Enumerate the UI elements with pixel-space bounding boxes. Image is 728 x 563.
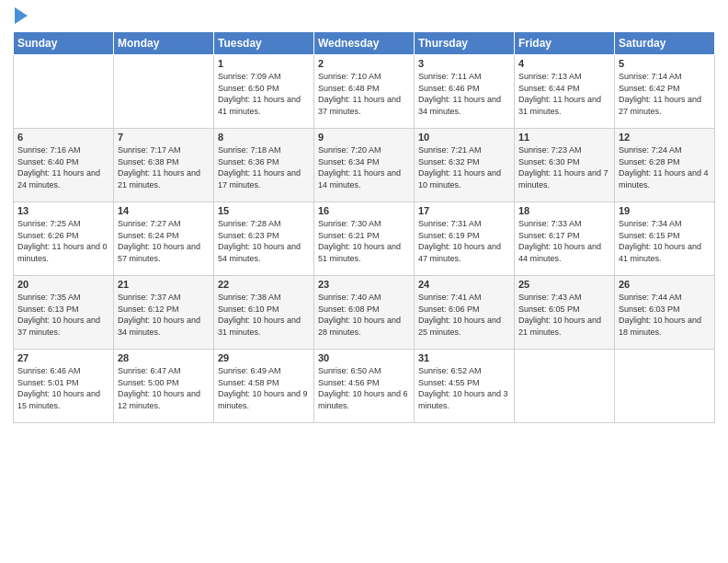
calendar-cell: 28Sunrise: 6:47 AM Sunset: 5:00 PM Dayli… bbox=[114, 350, 214, 423]
cell-day-number: 8 bbox=[218, 132, 310, 143]
calendar-cell: 29Sunrise: 6:49 AM Sunset: 4:58 PM Dayli… bbox=[214, 350, 314, 423]
cell-day-number: 24 bbox=[418, 279, 510, 290]
cell-info: Sunrise: 7:17 AM Sunset: 6:38 PM Dayligh… bbox=[118, 144, 210, 190]
cell-info: Sunrise: 7:43 AM Sunset: 6:05 PM Dayligh… bbox=[518, 292, 610, 338]
calendar-table: SundayMondayTuesdayWednesdayThursdayFrid… bbox=[13, 31, 715, 423]
cell-day-number: 3 bbox=[418, 58, 510, 69]
cell-day-number: 29 bbox=[218, 352, 310, 363]
cell-day-number: 26 bbox=[619, 279, 711, 290]
cell-day-number: 1 bbox=[218, 58, 310, 69]
cell-day-number: 22 bbox=[218, 279, 310, 290]
calendar-cell: 22Sunrise: 7:38 AM Sunset: 6:10 PM Dayli… bbox=[214, 276, 314, 350]
header bbox=[13, 9, 715, 24]
calendar-day-header: Wednesday bbox=[314, 32, 415, 55]
calendar-cell: 9Sunrise: 7:20 AM Sunset: 6:34 PM Daylig… bbox=[314, 129, 415, 202]
cell-info: Sunrise: 7:37 AM Sunset: 6:12 PM Dayligh… bbox=[118, 292, 210, 338]
cell-info: Sunrise: 7:41 AM Sunset: 6:06 PM Dayligh… bbox=[418, 292, 510, 338]
calendar-day-header: Saturday bbox=[615, 32, 715, 55]
cell-info: Sunrise: 7:40 AM Sunset: 6:08 PM Dayligh… bbox=[318, 292, 410, 338]
cell-info: Sunrise: 7:35 AM Sunset: 6:13 PM Dayligh… bbox=[17, 292, 109, 338]
cell-day-number: 7 bbox=[118, 132, 210, 143]
calendar-cell bbox=[515, 350, 615, 423]
calendar-day-header: Thursday bbox=[415, 32, 515, 55]
cell-day-number: 23 bbox=[318, 279, 410, 290]
cell-day-number: 28 bbox=[118, 352, 210, 363]
calendar-day-header: Tuesday bbox=[214, 32, 314, 55]
cell-day-number: 18 bbox=[518, 205, 610, 216]
cell-day-number: 16 bbox=[318, 205, 410, 216]
calendar-cell bbox=[615, 350, 715, 423]
cell-info: Sunrise: 7:34 AM Sunset: 6:15 PM Dayligh… bbox=[619, 218, 711, 264]
calendar-cell: 14Sunrise: 7:27 AM Sunset: 6:24 PM Dayli… bbox=[114, 202, 214, 276]
cell-day-number: 9 bbox=[318, 132, 410, 143]
calendar-cell: 27Sunrise: 6:46 AM Sunset: 5:01 PM Dayli… bbox=[14, 350, 114, 423]
calendar-cell: 31Sunrise: 6:52 AM Sunset: 4:55 PM Dayli… bbox=[415, 350, 515, 423]
calendar-week-row: 13Sunrise: 7:25 AM Sunset: 6:26 PM Dayli… bbox=[14, 202, 715, 276]
cell-info: Sunrise: 7:13 AM Sunset: 6:44 PM Dayligh… bbox=[518, 71, 610, 117]
calendar-cell: 30Sunrise: 6:50 AM Sunset: 4:56 PM Dayli… bbox=[314, 350, 415, 423]
calendar-day-header: Monday bbox=[114, 32, 214, 55]
cell-info: Sunrise: 7:11 AM Sunset: 6:46 PM Dayligh… bbox=[418, 71, 510, 117]
calendar-cell: 1Sunrise: 7:09 AM Sunset: 6:50 PM Daylig… bbox=[214, 55, 314, 129]
cell-info: Sunrise: 7:10 AM Sunset: 6:48 PM Dayligh… bbox=[318, 71, 410, 117]
cell-info: Sunrise: 7:14 AM Sunset: 6:42 PM Dayligh… bbox=[619, 71, 711, 117]
cell-info: Sunrise: 7:18 AM Sunset: 6:36 PM Dayligh… bbox=[218, 144, 310, 190]
cell-day-number: 4 bbox=[518, 58, 610, 69]
cell-info: Sunrise: 7:21 AM Sunset: 6:32 PM Dayligh… bbox=[418, 144, 510, 190]
calendar-cell bbox=[14, 55, 114, 129]
cell-info: Sunrise: 7:30 AM Sunset: 6:21 PM Dayligh… bbox=[318, 218, 410, 264]
cell-day-number: 2 bbox=[318, 58, 410, 69]
cell-info: Sunrise: 7:33 AM Sunset: 6:17 PM Dayligh… bbox=[518, 218, 610, 264]
calendar-cell: 6Sunrise: 7:16 AM Sunset: 6:40 PM Daylig… bbox=[14, 129, 114, 202]
cell-day-number: 10 bbox=[418, 132, 510, 143]
calendar-week-row: 20Sunrise: 7:35 AM Sunset: 6:13 PM Dayli… bbox=[14, 276, 715, 350]
cell-day-number: 20 bbox=[17, 279, 109, 290]
cell-day-number: 17 bbox=[418, 205, 510, 216]
calendar-cell: 17Sunrise: 7:31 AM Sunset: 6:19 PM Dayli… bbox=[415, 202, 515, 276]
cell-info: Sunrise: 6:50 AM Sunset: 4:56 PM Dayligh… bbox=[318, 365, 410, 411]
cell-day-number: 14 bbox=[118, 205, 210, 216]
cell-info: Sunrise: 7:20 AM Sunset: 6:34 PM Dayligh… bbox=[318, 144, 410, 190]
calendar-cell: 8Sunrise: 7:18 AM Sunset: 6:36 PM Daylig… bbox=[214, 129, 314, 202]
cell-info: Sunrise: 6:47 AM Sunset: 5:00 PM Dayligh… bbox=[118, 365, 210, 411]
page: SundayMondayTuesdayWednesdayThursdayFrid… bbox=[0, 0, 728, 563]
calendar-header-row: SundayMondayTuesdayWednesdayThursdayFrid… bbox=[14, 32, 715, 55]
calendar-cell: 21Sunrise: 7:37 AM Sunset: 6:12 PM Dayli… bbox=[114, 276, 214, 350]
cell-info: Sunrise: 7:27 AM Sunset: 6:24 PM Dayligh… bbox=[118, 218, 210, 264]
cell-info: Sunrise: 7:44 AM Sunset: 6:03 PM Dayligh… bbox=[619, 292, 711, 338]
cell-info: Sunrise: 7:24 AM Sunset: 6:28 PM Dayligh… bbox=[619, 144, 711, 190]
calendar-cell: 12Sunrise: 7:24 AM Sunset: 6:28 PM Dayli… bbox=[615, 129, 715, 202]
calendar-cell: 16Sunrise: 7:30 AM Sunset: 6:21 PM Dayli… bbox=[314, 202, 415, 276]
calendar-cell: 4Sunrise: 7:13 AM Sunset: 6:44 PM Daylig… bbox=[515, 55, 615, 129]
logo-arrow-icon bbox=[15, 7, 28, 24]
calendar-cell: 26Sunrise: 7:44 AM Sunset: 6:03 PM Dayli… bbox=[615, 276, 715, 350]
cell-info: Sunrise: 7:25 AM Sunset: 6:26 PM Dayligh… bbox=[17, 218, 109, 264]
calendar-cell: 15Sunrise: 7:28 AM Sunset: 6:23 PM Dayli… bbox=[214, 202, 314, 276]
cell-info: Sunrise: 7:28 AM Sunset: 6:23 PM Dayligh… bbox=[218, 218, 310, 264]
cell-day-number: 12 bbox=[619, 132, 711, 143]
cell-day-number: 15 bbox=[218, 205, 310, 216]
cell-info: Sunrise: 7:23 AM Sunset: 6:30 PM Dayligh… bbox=[518, 144, 610, 190]
calendar-cell: 25Sunrise: 7:43 AM Sunset: 6:05 PM Dayli… bbox=[515, 276, 615, 350]
cell-day-number: 5 bbox=[619, 58, 711, 69]
calendar-cell bbox=[114, 55, 214, 129]
cell-info: Sunrise: 7:09 AM Sunset: 6:50 PM Dayligh… bbox=[218, 71, 310, 117]
cell-info: Sunrise: 7:38 AM Sunset: 6:10 PM Dayligh… bbox=[218, 292, 310, 338]
cell-day-number: 25 bbox=[518, 279, 610, 290]
calendar-cell: 20Sunrise: 7:35 AM Sunset: 6:13 PM Dayli… bbox=[14, 276, 114, 350]
calendar-cell: 2Sunrise: 7:10 AM Sunset: 6:48 PM Daylig… bbox=[314, 55, 415, 129]
cell-day-number: 19 bbox=[619, 205, 711, 216]
calendar-cell: 19Sunrise: 7:34 AM Sunset: 6:15 PM Dayli… bbox=[615, 202, 715, 276]
cell-day-number: 13 bbox=[17, 205, 109, 216]
calendar-day-header: Friday bbox=[515, 32, 615, 55]
calendar-cell: 5Sunrise: 7:14 AM Sunset: 6:42 PM Daylig… bbox=[615, 55, 715, 129]
cell-info: Sunrise: 7:31 AM Sunset: 6:19 PM Dayligh… bbox=[418, 218, 510, 264]
calendar-day-header: Sunday bbox=[14, 32, 114, 55]
calendar-cell: 10Sunrise: 7:21 AM Sunset: 6:32 PM Dayli… bbox=[415, 129, 515, 202]
calendar-cell: 24Sunrise: 7:41 AM Sunset: 6:06 PM Dayli… bbox=[415, 276, 515, 350]
calendar-cell: 3Sunrise: 7:11 AM Sunset: 6:46 PM Daylig… bbox=[415, 55, 515, 129]
calendar-cell: 18Sunrise: 7:33 AM Sunset: 6:17 PM Dayli… bbox=[515, 202, 615, 276]
cell-info: Sunrise: 6:46 AM Sunset: 5:01 PM Dayligh… bbox=[17, 365, 109, 411]
logo bbox=[13, 9, 28, 24]
cell-day-number: 6 bbox=[17, 132, 109, 143]
